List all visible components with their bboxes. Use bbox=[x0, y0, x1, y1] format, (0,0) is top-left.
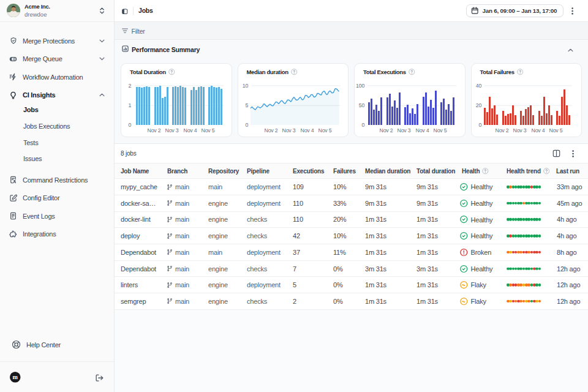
svg-text:0: 0 bbox=[245, 122, 248, 128]
svg-text:Nov 2: Nov 2 bbox=[380, 127, 393, 133]
svg-text:Nov 3: Nov 3 bbox=[513, 127, 526, 133]
svg-text:Nov 5: Nov 5 bbox=[434, 127, 447, 133]
svg-text:20: 20 bbox=[475, 102, 481, 108]
svg-text:Nov 4: Nov 4 bbox=[300, 127, 314, 133]
svg-text:Nov 5: Nov 5 bbox=[318, 127, 331, 133]
svg-text:Nov 3: Nov 3 bbox=[165, 127, 179, 133]
svg-text:10: 10 bbox=[242, 82, 248, 88]
svg-text:Nov 3: Nov 3 bbox=[282, 127, 295, 133]
svg-text:Nov 4: Nov 4 bbox=[416, 127, 429, 133]
svg-text:Nov 5: Nov 5 bbox=[549, 127, 562, 133]
svg-text:1: 1 bbox=[128, 102, 131, 108]
svg-text:2: 2 bbox=[128, 82, 131, 88]
svg-text:5: 5 bbox=[245, 102, 248, 108]
svg-text:Nov 3: Nov 3 bbox=[398, 127, 411, 133]
svg-text:Nov 2: Nov 2 bbox=[148, 127, 161, 133]
svg-text:50: 50 bbox=[359, 102, 365, 108]
svg-text:Nov 4: Nov 4 bbox=[184, 127, 197, 133]
svg-text:100: 100 bbox=[356, 82, 364, 88]
svg-text:Nov 5: Nov 5 bbox=[202, 127, 215, 133]
svg-text:40: 40 bbox=[475, 82, 481, 88]
svg-text:0: 0 bbox=[361, 122, 364, 128]
svg-text:m: m bbox=[13, 374, 18, 380]
svg-text:0: 0 bbox=[478, 122, 481, 128]
svg-text:Nov 4: Nov 4 bbox=[531, 127, 545, 133]
svg-text:0: 0 bbox=[128, 122, 131, 128]
svg-text:Nov 2: Nov 2 bbox=[264, 127, 277, 133]
svg-text:Nov 2: Nov 2 bbox=[495, 127, 508, 133]
